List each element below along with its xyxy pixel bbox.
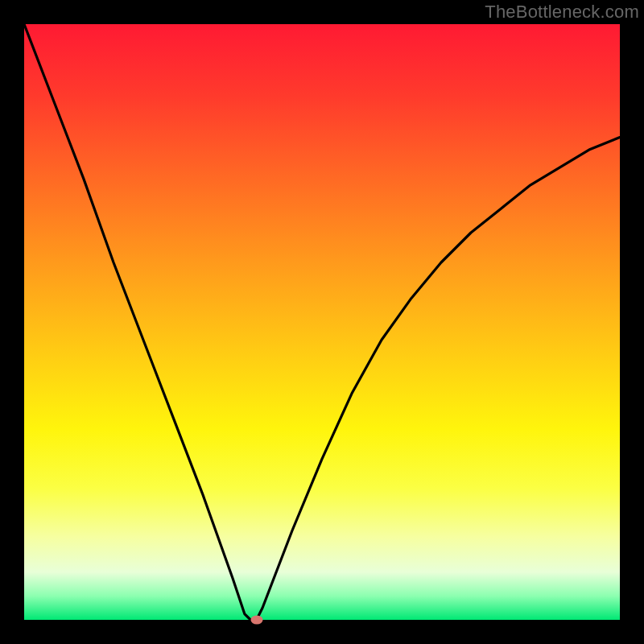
curve-path — [24, 24, 620, 620]
bottleneck-curve — [24, 24, 620, 620]
plot-area — [24, 24, 620, 620]
minimum-marker — [250, 616, 262, 625]
watermark-text: TheBottleneck.com — [485, 2, 639, 23]
